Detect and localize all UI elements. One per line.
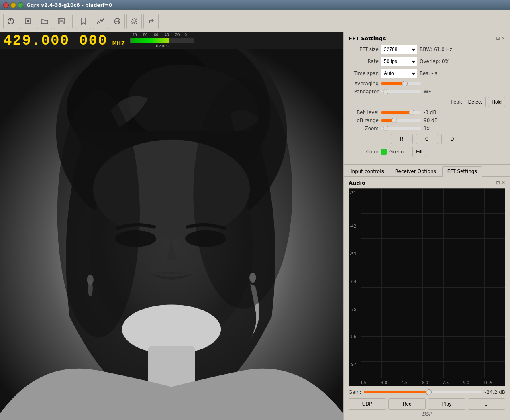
zoom-slider[interactable] [381,127,421,130]
window-title: Gqrx v2.4-38-g10c8 - bladerf=0 [27,2,112,8]
dsp-label: DSP [349,411,505,417]
rate-select[interactable]: 50 fps 25 fps 10 fps [381,57,417,66]
pandapter-label: Pandapter [349,89,379,94]
d-button[interactable]: D [441,134,463,144]
right-panel: FFT Settings ⊡ ✕ FFT size 32768 16384 81… [343,32,510,420]
audio-grid-h-2 [361,238,505,239]
audio-grid-h-4 [361,287,505,288]
zoom-value: 1x [424,126,430,131]
peak-label: Peak [432,99,462,105]
audio-close-btn[interactable]: ✕ [502,180,505,186]
save-button[interactable] [54,14,69,29]
section-divider [344,164,510,165]
level-meter-container: -70 -80 -60 -40 -20 0 0 dBFS [130,33,194,48]
audio-y-label-1: -31 [350,191,356,195]
audio-undock-btn[interactable]: ⊡ [496,180,500,186]
audio-grid-h-3 [361,263,505,263]
ref-level-label: Ref. level [349,110,379,115]
audio-section: Audio ⊡ ✕ -31 -42 -53 -64 -75 -86 -97 [344,177,510,420]
audio-x-label-6: 9.0 [463,381,469,385]
audio-grid-v-2 [402,189,402,378]
zoom-row: Zoom 1x [349,126,505,131]
hold-button[interactable]: Hold [488,97,505,107]
timespan-select[interactable]: Auto 1s 5s [381,69,417,78]
frequency-display[interactable]: 429.000 000 [3,33,108,49]
audio-grid-v-4 [443,189,444,378]
db-range-slider[interactable] [381,119,421,122]
audio-x-label-4: 6.0 [422,381,428,385]
audio-x-label-7: 10.5 [483,381,492,385]
averaging-slider[interactable] [381,82,421,85]
maximize-button[interactable] [18,2,23,8]
bookmark-button[interactable] [76,14,91,29]
ref-level-slider[interactable] [381,111,421,114]
folder-button[interactable] [37,14,52,29]
play-button[interactable]: Play [428,398,465,410]
fft-size-row: FFT size 32768 16384 8192 4096 RBW: 61.0… [349,45,505,54]
audio-y-label-5: -75 [350,307,356,312]
fft-size-select[interactable]: 32768 16384 8192 4096 [381,45,417,54]
wf-label: WF [424,89,431,94]
fft-close-btn[interactable]: ✕ [502,36,505,41]
audio-grid-v-1 [381,189,382,378]
audio-y-label-7: -97 [350,362,356,367]
svg-point-10 [133,20,135,22]
left-panel: 429.000 000 MHz -70 -80 -60 -40 -20 0 0 … [0,32,343,420]
more-button[interactable]: ... [468,398,505,410]
db-range-label: dB range [349,118,379,123]
svg-rect-6 [59,22,63,24]
res-value: Res: - s [420,71,437,76]
transfer-button[interactable] [143,14,159,29]
audio-grid-v-5 [464,189,464,378]
tab-input-controls[interactable]: Input controls [345,166,389,176]
audio-title-buttons: ⊡ ✕ [496,180,505,186]
rate-label: Rate [349,59,379,64]
power-button[interactable] [3,14,18,29]
audio-y-label-3: -53 [350,252,356,256]
titlebar: Gqrx v2.4-38-g10c8 - bladerf=0 [0,0,510,10]
audio-x-label-5: 7.5 [443,381,449,385]
audio-grid-v-3 [422,189,423,378]
fft-undock-btn[interactable]: ⊡ [496,36,500,41]
rate-row: Rate 50 fps 25 fps 10 fps Overlap: 0% [349,57,505,66]
dbfs-label: 0 dBFS [130,44,194,48]
svg-point-25 [57,90,140,338]
settings-button[interactable] [126,14,142,29]
minimize-button[interactable] [10,2,16,8]
timespan-label: Time span [349,71,379,76]
c-button[interactable]: C [416,134,438,144]
toolbar-separator-1 [72,15,73,28]
spectrum-area[interactable] [0,49,343,420]
r-button[interactable]: R [391,134,413,144]
audio-grid-h-7 [361,361,505,362]
fill-button[interactable]: Fill [412,147,426,157]
network-button[interactable] [110,14,125,29]
pandapter-slider[interactable] [381,90,421,93]
spectrum-button[interactable] [93,14,108,29]
audio-y-label-2: -42 [350,224,356,228]
rbw-value: RBW: 61.0 Hz [420,47,452,52]
tab-fft-settings[interactable]: FFT Settings [442,166,482,177]
color-label: Color [349,149,379,155]
cpu-button[interactable] [20,14,35,29]
ref-level-value: -3 dB [424,110,437,115]
detect-button[interactable]: Detect [465,97,486,107]
fft-size-label: FFT size [349,47,379,52]
audio-grid-h-1 [361,213,505,214]
audio-grid-v-6 [484,189,485,378]
averaging-row: Averaging [349,81,505,86]
rcd-row: R C D [349,134,505,144]
tab-receiver-options[interactable]: Receiver Options [390,166,441,176]
audio-x-label-1: 1.5 [360,381,367,385]
audio-grid-v-0 [361,189,361,378]
audio-buttons: UDP Rec Play ... [349,398,505,410]
udp-button[interactable]: UDP [349,398,386,410]
rec-button[interactable]: Rec [388,398,426,410]
frequency-bar: 429.000 000 MHz -70 -80 -60 -40 -20 0 0 … [0,32,343,49]
audio-x-label-2: 3.0 [381,381,387,385]
gain-slider[interactable] [364,391,483,393]
audio-chart: -31 -42 -53 -64 -75 -86 -97 [349,188,505,386]
audio-grid-h-5 [361,312,505,312]
close-button[interactable] [3,2,9,8]
main-area: 429.000 000 MHz -70 -80 -60 -40 -20 0 0 … [0,32,510,420]
